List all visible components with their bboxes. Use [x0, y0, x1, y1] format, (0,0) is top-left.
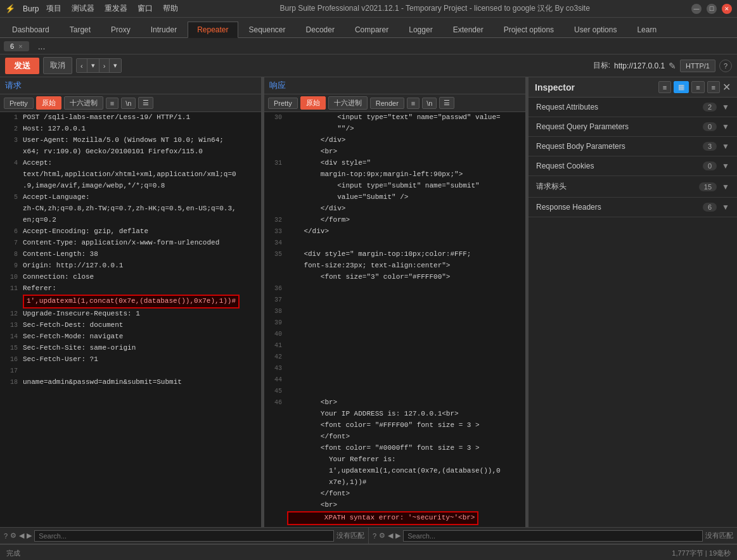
req-hex-btn[interactable]: 十六进制: [64, 96, 103, 110]
target-label: 目标:: [593, 60, 610, 71]
cancel-button[interactable]: 取消: [43, 57, 72, 74]
menu-help[interactable]: 帮助: [163, 3, 178, 14]
minimize-button[interactable]: —: [691, 4, 702, 14]
request-line: 12Upgrade-Insecure-Requests: 1: [0, 309, 261, 320]
response-line: 30 <input type="text" name="passwd" valu…: [264, 112, 525, 124]
edit-target-icon[interactable]: ✎: [669, 61, 676, 71]
response-line: 33 </div>: [264, 226, 525, 238]
status-info: 1,777字节 | 19毫秒: [672, 549, 731, 558]
app-name: Burp: [23, 4, 39, 13]
search-next-right[interactable]: ▶: [395, 531, 401, 540]
menu-window[interactable]: 窗口: [138, 3, 153, 14]
tab-intruder[interactable]: Intruder: [141, 21, 186, 37]
req-icon-btn3[interactable]: ☰: [138, 97, 153, 109]
menu-repeater[interactable]: 重发器: [105, 3, 127, 14]
search-prev-left[interactable]: ◀: [19, 531, 24, 540]
res-icon-btn1[interactable]: ≡: [407, 98, 420, 109]
sub-tab-6[interactable]: 6 ×: [4, 41, 29, 51]
inspector-section-count: 3: [703, 142, 717, 151]
inspector-section-item[interactable]: Request Attributes2▼: [529, 98, 737, 117]
tab-target[interactable]: Target: [60, 21, 100, 37]
request-search-input[interactable]: [34, 530, 334, 542]
inspector-btn1[interactable]: ≡: [658, 81, 671, 93]
req-icon-btn2[interactable]: \n: [121, 98, 136, 109]
help-button[interactable]: ?: [719, 60, 732, 72]
request-line: 17: [0, 366, 261, 377]
res-icon-btn3[interactable]: ☰: [439, 97, 454, 109]
inspector-title: Inspector: [535, 82, 655, 92]
chevron-down-icon: ▼: [722, 203, 729, 212]
response-line: XPATH syntax error: '~security~'<br>: [264, 511, 525, 525]
tab-proxy[interactable]: Proxy: [101, 21, 140, 37]
close-button[interactable]: ✕: [722, 4, 732, 14]
http-version-button[interactable]: HTTP/1: [680, 60, 715, 72]
maximize-button[interactable]: ☐: [707, 4, 717, 14]
nav-tabs: Dashboard Target Proxy Intruder Repeater…: [0, 18, 737, 38]
title-bar: ⚡ Burp 项目 测试器 重发器 窗口 帮助 Burp Suite Profe…: [0, 0, 737, 18]
inspector-btn2[interactable]: ▦: [674, 81, 689, 93]
search-help-icon-left[interactable]: ?: [4, 532, 8, 540]
inspector-btn4[interactable]: ≡: [707, 81, 720, 93]
search-next-left[interactable]: ▶: [27, 531, 32, 540]
search-help-icon-right[interactable]: ?: [373, 532, 376, 540]
inspector-section-count: 15: [699, 182, 717, 191]
close-tab-6[interactable]: ×: [18, 42, 22, 50]
inspector-close-button[interactable]: ✕: [722, 81, 731, 93]
tab-dashboard[interactable]: Dashboard: [3, 21, 59, 37]
request-line: 9Origin: http://127.0.0.1: [0, 260, 261, 272]
tab-project-options[interactable]: Project options: [494, 21, 563, 37]
request-no-match: 没有匹配: [336, 531, 364, 540]
search-gear-icon-right[interactable]: ⚙: [379, 531, 385, 540]
req-pretty-btn[interactable]: Pretty: [4, 98, 34, 109]
menu-testing[interactable]: 测试器: [72, 3, 94, 14]
response-search-bar: ? ⚙ ◀ ▶ 没有匹配: [369, 528, 737, 544]
send-button[interactable]: 发送: [5, 58, 39, 74]
window-controls: — ☐ ✕: [691, 4, 732, 14]
tab-user-options[interactable]: User options: [565, 21, 626, 37]
chevron-down-icon: ▼: [722, 142, 729, 151]
sub-tab-more[interactable]: ...: [32, 40, 52, 53]
inspector-section-item[interactable]: Request Cookies0▼: [529, 156, 737, 176]
menu-project[interactable]: 项目: [46, 3, 61, 14]
tab-logger[interactable]: Logger: [399, 21, 442, 37]
menu-bar: 项目 测试器 重发器 窗口 帮助: [46, 3, 178, 14]
response-line: Your Referer is:: [264, 454, 525, 466]
res-render-btn[interactable]: Render: [370, 98, 404, 109]
inspector-section-label: Response Headers: [536, 203, 703, 212]
request-toolbar: Pretty 原始 十六进制 ≡ \n ☰: [0, 94, 261, 112]
inspector-btn3[interactable]: ≡: [691, 81, 704, 93]
res-hex-btn[interactable]: 十六进制: [328, 96, 368, 110]
navigation-arrows: ‹ ▾ › ▾: [76, 58, 122, 73]
request-content[interactable]: 1POST /sqli-labs-master/Less-19/ HTTP/1.…: [0, 112, 261, 527]
inspector-panel: Inspector ≡ ▦ ≡ ≡ ✕ Request Attributes2▼…: [528, 77, 737, 527]
request-line: 1',updatexml(1,concat(0x7e,(database()),…: [0, 295, 261, 309]
req-icon-btn1[interactable]: ≡: [106, 98, 119, 109]
inspector-section-item[interactable]: Request Query Parameters0▼: [529, 117, 737, 137]
response-panel-header: 响应: [264, 77, 525, 94]
inspector-section-item[interactable]: 请求标头15▼: [529, 176, 737, 198]
request-line: 10Connection: close: [0, 272, 261, 283]
response-content[interactable]: 30 <input type="text" name="passwd" valu…: [264, 112, 525, 527]
tab-sequencer[interactable]: Sequencer: [240, 21, 295, 37]
tab-learn[interactable]: Learn: [627, 21, 666, 37]
next-button[interactable]: ›: [99, 59, 110, 72]
prev-button[interactable]: ‹: [77, 59, 87, 72]
request-line: text/html,application/xhtml+xml,applicat…: [0, 169, 261, 181]
prev-dropdown[interactable]: ▾: [87, 59, 99, 72]
search-gear-icon-left[interactable]: ⚙: [10, 531, 16, 540]
tab-comparer[interactable]: Comparer: [345, 21, 398, 37]
res-pretty-btn[interactable]: Pretty: [268, 98, 298, 109]
next-dropdown[interactable]: ▾: [110, 59, 121, 72]
req-raw-btn[interactable]: 原始: [36, 96, 61, 110]
response-line: <font size="3" color="#FFFF00">: [264, 272, 525, 283]
inspector-section-item[interactable]: Request Body Parameters3▼: [529, 137, 737, 156]
request-line: 3User-Agent: Mozilla/5.0 (Windows NT 10.…: [0, 135, 261, 146]
search-prev-right[interactable]: ◀: [388, 531, 393, 540]
tab-repeater[interactable]: Repeater: [188, 22, 238, 38]
tab-extender[interactable]: Extender: [444, 21, 493, 37]
res-raw-btn[interactable]: 原始: [300, 96, 326, 110]
response-search-input[interactable]: [403, 530, 703, 542]
tab-decoder[interactable]: Decoder: [297, 21, 344, 37]
res-icon-btn2[interactable]: \n: [422, 98, 437, 109]
inspector-section-item[interactable]: Response Headers6▼: [529, 198, 737, 217]
